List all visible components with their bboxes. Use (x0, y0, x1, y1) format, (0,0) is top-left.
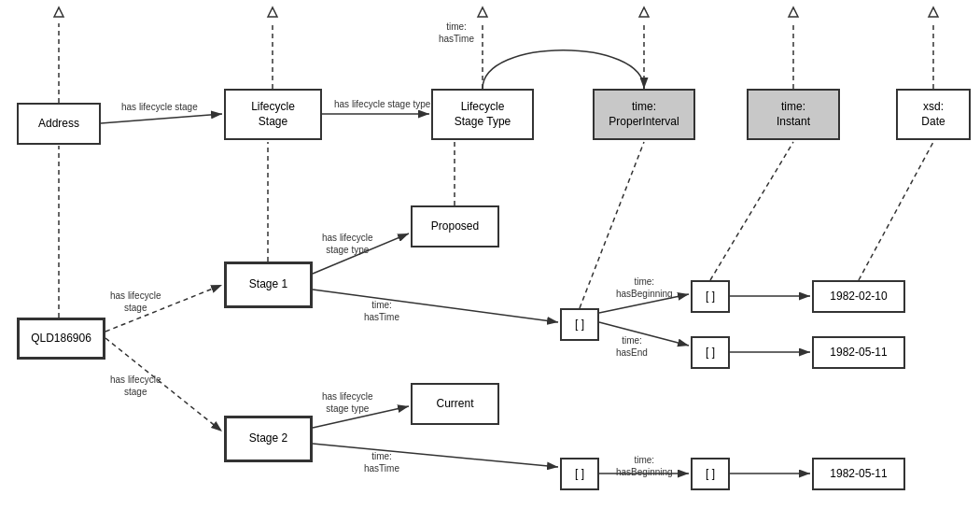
node-stage1: Stage 1 (224, 262, 313, 308)
svg-marker-23 (639, 7, 649, 17)
label-stage2-current: has lifecyclestage type (322, 390, 372, 415)
label-stage1-interval: time:hasTime (364, 299, 399, 323)
node-xsd-date: xsd:Date (896, 89, 971, 140)
svg-line-13 (313, 444, 558, 467)
svg-marker-19 (268, 7, 277, 17)
arrows-svg (0, 0, 980, 509)
label-qld-stage2: has lifecyclestage (110, 374, 161, 398)
label-qld-stage1: has lifecyclestage (110, 290, 161, 314)
node-current: Current (411, 383, 499, 425)
node-qld186906: QLD186906 (17, 318, 105, 360)
label-time-hastime-arc: time:hasTime (439, 21, 474, 45)
svg-marker-21 (478, 7, 487, 17)
node-date1b: 1982-05-11 (812, 336, 905, 369)
label-interval2-instant2a: time:hasBeginning (616, 454, 673, 478)
label-interval-instant1a: time:hasBeginning (616, 276, 673, 300)
label-has-lifecycle-stage: has lifecycle stage (121, 101, 198, 113)
svg-line-38 (859, 142, 933, 280)
svg-marker-17 (54, 7, 63, 17)
svg-line-2 (101, 114, 222, 123)
node-time-instant: time:Instant (747, 89, 840, 140)
svg-line-36 (710, 142, 793, 280)
label-has-lifecycle-stage-type: has lifecycle stage type (334, 98, 430, 110)
label-stage1-proposed: has lifecyclestage type (322, 232, 372, 256)
node-address: Address (17, 103, 101, 145)
node-date1a: 1982-02-10 (812, 280, 905, 313)
node-instant1a: [ ] (691, 280, 730, 313)
label-stage2-interval2: time:hasTime (364, 450, 399, 474)
node-proposed: Proposed (411, 205, 499, 247)
label-interval-instant1b: time:hasEnd (616, 334, 648, 359)
svg-line-7 (313, 290, 558, 322)
svg-marker-25 (789, 7, 798, 17)
svg-marker-27 (929, 7, 938, 17)
node-instant2a: [ ] (691, 458, 730, 490)
node-lifecycle-stage: LifecycleStage (224, 89, 322, 140)
node-stage2: Stage 2 (224, 416, 313, 462)
node-instant1b: [ ] (691, 336, 730, 369)
node-date2a: 1982-05-11 (812, 458, 905, 490)
node-lifecycle-stage-type: LifecycleStage Type (431, 89, 534, 140)
node-interval1: [ ] (560, 308, 599, 341)
node-interval2: [ ] (560, 458, 599, 490)
node-time-proper-interval: time:ProperInterval (593, 89, 695, 140)
diagram-container: has lifecycle stage has lifecycle stage … (0, 0, 980, 509)
